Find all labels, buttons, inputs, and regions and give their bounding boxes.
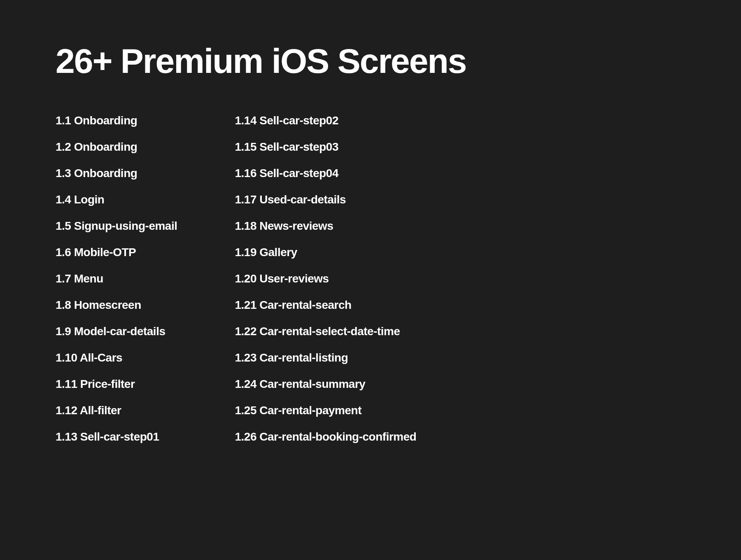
list-item: 1.6 Mobile-OTP xyxy=(56,246,177,259)
list-item: 1.25 Car-rental-payment xyxy=(235,404,416,417)
list-item: 1.10 All-Cars xyxy=(56,351,177,364)
list-item: 1.4 Login xyxy=(56,193,177,206)
screens-column-2: 1.14 Sell-car-step02 1.15 Sell-car-step0… xyxy=(235,114,416,443)
list-item: 1.13 Sell-car-step01 xyxy=(56,430,177,443)
screens-list-container: 1.1 Onboarding 1.2 Onboarding 1.3 Onboar… xyxy=(56,114,685,443)
list-item: 1.15 Sell-car-step03 xyxy=(235,140,416,154)
list-item: 1.22 Car-rental-select-date-time xyxy=(235,325,416,338)
list-item: 1.20 User-reviews xyxy=(235,272,416,285)
list-item: 1.7 Menu xyxy=(56,272,177,285)
list-item: 1.5 Signup-using-email xyxy=(56,219,177,233)
list-item: 1.3 Onboarding xyxy=(56,167,177,180)
list-item: 1.23 Car-rental-listing xyxy=(235,351,416,364)
list-item: 1.1 Onboarding xyxy=(56,114,177,127)
list-item: 1.12 All-filter xyxy=(56,404,177,417)
list-item: 1.19 Gallery xyxy=(235,246,416,259)
list-item: 1.17 Used-car-details xyxy=(235,193,416,206)
list-item: 1.18 News-reviews xyxy=(235,219,416,233)
screens-column-1: 1.1 Onboarding 1.2 Onboarding 1.3 Onboar… xyxy=(56,114,177,443)
list-item: 1.24 Car-rental-summary xyxy=(235,378,416,391)
page-title: 26+ Premium iOS Screens xyxy=(56,41,685,81)
list-item: 1.9 Model-car-details xyxy=(56,325,177,338)
list-item: 1.14 Sell-car-step02 xyxy=(235,114,416,127)
list-item: 1.11 Price-filter xyxy=(56,378,177,391)
list-item: 1.21 Car-rental-search xyxy=(235,299,416,312)
list-item: 1.8 Homescreen xyxy=(56,299,177,312)
list-item: 1.26 Car-rental-booking-confirmed xyxy=(235,430,416,443)
list-item: 1.2 Onboarding xyxy=(56,140,177,154)
list-item: 1.16 Sell-car-step04 xyxy=(235,167,416,180)
